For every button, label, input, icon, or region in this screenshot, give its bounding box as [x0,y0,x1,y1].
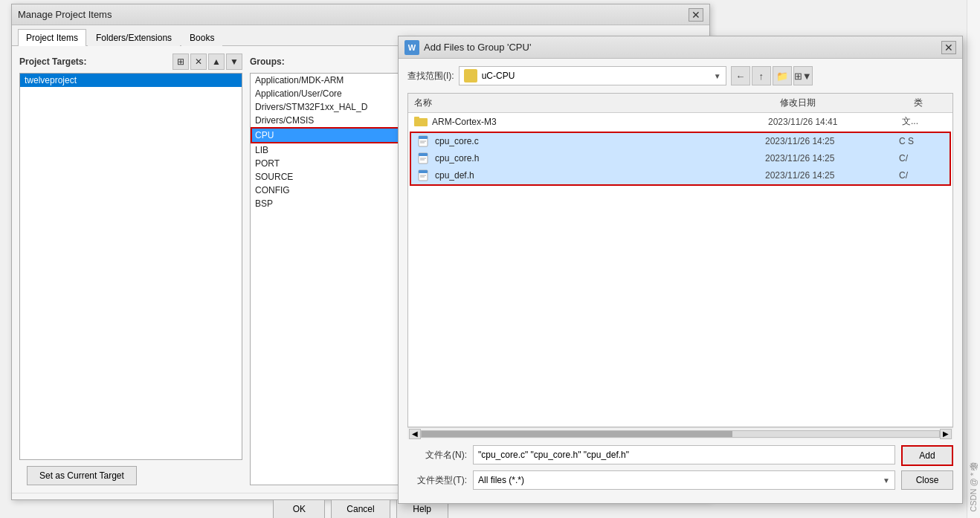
filetype-select[interactable]: All files (*.*) ▼ [473,470,895,490]
filetype-row: 文件类型(T): All files (*.*) ▼ [407,470,895,490]
filetype-label: 文件类型(T): [407,474,467,487]
scroll-right-btn[interactable]: ▶ [940,429,952,439]
scrollbar-track[interactable] [421,430,940,438]
svg-rect-5 [419,136,428,139]
add-dialog-title-text: Add Files to Group 'CPU' [424,42,531,53]
ok-button[interactable]: OK [273,499,325,518]
location-bar: 查找范围(I): uC-CPU ▼ ← ↑ 📁 ⊞▼ [407,66,953,85]
targets-header: Project Targets: ⊞ ✕ ▲ ▼ [19,54,242,70]
location-dropdown-arrow[interactable]: ▼ [714,72,721,80]
manage-dialog-title: Manage Project Items [18,9,112,20]
tab-folders-extensions[interactable]: Folders/Extensions [88,29,180,46]
file-icon-cpu-core-h [417,152,431,164]
filetype-value: All files (*.*) [478,475,524,485]
file-cpu-core-h-name: cpu_core.h [435,153,765,164]
file-cpu-def-h-name: cpu_def.h [435,170,765,181]
folder-arm-date: 2023/11/26 14:41 [768,117,902,127]
file-cpu-def-h-date: 2023/11/26 14:25 [765,170,899,181]
manage-dialog-titlebar: Manage Project Items ✕ [12,4,709,25]
file-row-arm-cortex[interactable]: ARM-Cortex-M3 2023/11/26 14:41 文... [408,113,952,131]
file-row-cpu-core-c[interactable]: cpu_core.c 2023/11/26 14:25 C S [411,133,950,150]
bottom-row: 文件名(N): 文件类型(T): All files (*.*) ▼ Add C… [407,445,953,496]
file-list-header: 名称 修改日期 类 [408,94,952,113]
file-cpu-core-c-date: 2023/11/26 14:25 [765,136,899,146]
file-cpu-core-c-name: cpu_core.c [435,136,765,146]
horizontal-scrollbar[interactable]: ◀ ▶ [407,427,953,439]
filetype-dropdown-arrow[interactable]: ▼ [883,476,890,485]
file-icon-cpu-core-c [417,135,431,147]
tab-project-items[interactable]: Project Items [18,29,86,46]
svg-rect-9 [419,153,428,156]
location-combo[interactable]: uC-CPU ▼ [459,66,726,85]
location-actions: ← ↑ 📁 ⊞▼ [731,66,813,85]
location-label: 查找范围(I): [407,70,454,82]
targets-toolbar: ⊞ ✕ ▲ ▼ [173,54,242,70]
filename-input[interactable] [473,445,895,464]
file-cpu-core-c-type: C S [899,136,944,146]
new-folder-btn[interactable]: 📁 [773,66,792,85]
svg-rect-13 [419,170,428,173]
targets-listbox[interactable]: twelveproject [19,73,242,460]
add-dialog-action-btns: Add Close [901,445,953,490]
add-button[interactable]: Add [901,445,953,466]
file-cpu-core-h-date: 2023/11/26 14:25 [765,153,899,164]
targets-label: Project Targets: [19,56,86,67]
set-current-target-button[interactable]: Set as Current Target [27,466,137,485]
add-files-dialog: W Add Files to Group 'CPU' ✕ 查找范围(I): uC… [398,36,963,504]
add-dialog-title-left: W Add Files to Group 'CPU' [404,40,531,55]
add-dialog-content: 查找范围(I): uC-CPU ▼ ← ↑ 📁 ⊞▼ [399,59,962,503]
cancel-button[interactable]: Cancel [331,499,390,518]
svg-rect-3 [414,117,419,120]
folder-icon [464,69,477,82]
filename-label: 文件名(N): [407,449,467,462]
target-item-twelveproject[interactable]: twelveproject [20,74,242,87]
targets-panel: Project Targets: ⊞ ✕ ▲ ▼ twelveproject S… [19,54,242,485]
col-type: 类 [908,95,952,111]
add-dialog-close-button[interactable]: ✕ [941,41,956,54]
svg-rect-0 [465,74,476,80]
targets-down-btn[interactable]: ▼ [226,54,242,70]
targets-up-btn[interactable]: ▲ [208,54,225,70]
file-icon-cpu-def-h [417,169,431,181]
file-list-container: 名称 修改日期 类 ARM-Cortex-M3 2023/11/26 14:41… [407,93,953,427]
svg-rect-1 [465,72,470,74]
go-up-btn[interactable]: ↑ [752,66,771,85]
go-back-btn[interactable]: ← [731,66,750,85]
add-dialog-titlebar: W Add Files to Group 'CPU' ✕ [399,36,962,59]
filename-row: 文件名(N): [407,445,895,464]
right-bar: CSDN @心缘 * [967,0,980,518]
folder-icon-arm [414,116,428,128]
file-row-cpu-def-h[interactable]: cpu_def.h 2023/11/26 14:25 C/ [411,167,950,184]
watermark-text: CSDN @心缘 * [968,473,979,512]
targets-add-btn[interactable]: ⊞ [173,54,189,70]
close-button[interactable]: Close [901,470,953,490]
scrollbar-thumb[interactable] [422,431,732,437]
targets-delete-btn[interactable]: ✕ [190,54,207,70]
add-dialog-icon: W [404,40,419,55]
file-cpu-core-h-type: C/ [899,153,944,164]
col-name: 名称 [408,95,774,111]
manage-dialog-close-button[interactable]: ✕ [689,8,703,22]
tab-books[interactable]: Books [181,29,222,46]
folder-arm-name: ARM-Cortex-M3 [432,117,768,127]
scroll-left-btn[interactable]: ◀ [409,429,421,439]
folder-arm-type: 文... [902,115,947,128]
file-cpu-def-h-type: C/ [899,170,944,181]
location-value: uC-CPU [482,71,515,81]
file-row-cpu-core-h[interactable]: cpu_core.h 2023/11/26 14:25 C/ [411,150,950,167]
selected-files-group: cpu_core.c 2023/11/26 14:25 C S cp [410,132,951,186]
bottom-fields: 文件名(N): 文件类型(T): All files (*.*) ▼ [407,445,895,496]
col-date: 修改日期 [774,95,908,111]
groups-label: Groups: [250,56,285,67]
view-btn[interactable]: ⊞▼ [793,66,813,85]
